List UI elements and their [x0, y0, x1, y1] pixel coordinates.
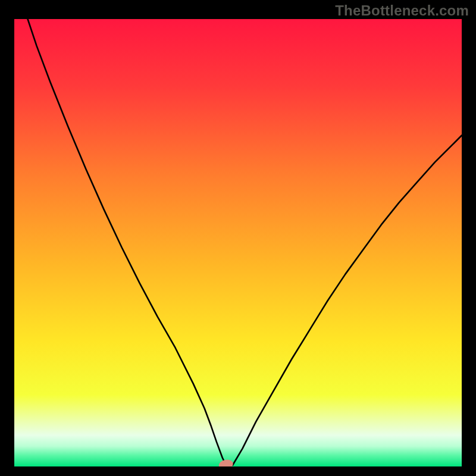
gradient-background	[14, 19, 462, 466]
watermark-text: TheBottleneck.com	[335, 2, 469, 19]
plot-area	[14, 19, 462, 466]
chart-svg	[14, 19, 462, 466]
chart-frame: TheBottleneck.com	[0, 0, 476, 476]
